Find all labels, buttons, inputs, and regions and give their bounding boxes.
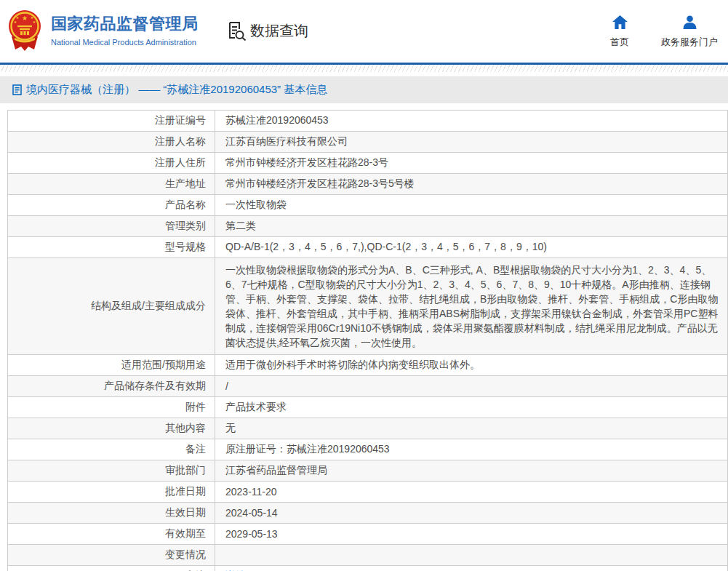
table-row: 结构及组成/主要组成成分一次性取物袋根据取物袋的形式分为A、B、C三种形式, A… <box>8 258 728 355</box>
row-label: 变更情况 <box>8 545 215 566</box>
nav-portal[interactable]: 政务服务门户 <box>661 15 718 49</box>
row-value: 常州市钟楼经济开发区桂花路28-3号 <box>215 153 728 174</box>
row-value: 江苏百纳医疗科技有限公司 <box>215 132 728 153</box>
info-table-body: 注册证编号苏械注准20192060453注册人名称江苏百纳医疗科技有限公司注册人… <box>8 111 728 571</box>
site-title: 国家药品监督管理局 <box>51 13 199 35</box>
table-row: 变更情况 <box>8 545 728 566</box>
table-row: 管理类别第二类 <box>8 216 728 237</box>
user-icon <box>682 15 697 29</box>
row-value: 2023-11-20 <box>215 482 728 503</box>
info-table: 注册证编号苏械注准20192060453注册人名称江苏百纳医疗科技有限公司注册人… <box>7 110 728 571</box>
table-row: 注详情 <box>8 566 728 571</box>
row-label: 适用范围/预期用途 <box>8 355 215 376</box>
row-value <box>215 545 728 566</box>
table-row: 审批部门江苏省药品监督管理局 <box>8 460 728 482</box>
row-label: 注册人住所 <box>8 153 215 174</box>
site-header: ★ ★ ★ ★ ★ 国家药品监督管理局 National Medical Pro… <box>0 0 728 63</box>
row-value: 一次性取物袋根据取物袋的形式分为A、B、C三种形式, A、B型根据取物袋的尺寸大… <box>215 258 728 355</box>
row-value: 适用于微创外科手术时将切除的体内病变组织取出体外。 <box>215 355 728 376</box>
row-value: 2024-05-14 <box>215 503 728 524</box>
breadcrumb: 境内医疗器械（注册） —— “苏械注准20192060453” 基本信息 <box>0 76 728 103</box>
data-query-section: 数据查询 <box>227 20 308 41</box>
row-label: 有效期至 <box>8 524 215 545</box>
row-label: 批准日期 <box>8 482 215 503</box>
row-label: 产品名称 <box>8 195 215 216</box>
row-label: 注册人名称 <box>8 132 215 153</box>
svg-text:★: ★ <box>14 20 17 24</box>
row-label: 其他内容 <box>8 418 215 439</box>
row-value: 江苏省药品监督管理局 <box>215 460 728 482</box>
table-row: 批准日期2023-11-20 <box>8 482 728 503</box>
data-query-label: 数据查询 <box>250 20 308 41</box>
hatch-strip <box>0 65 728 72</box>
row-value: 无 <box>215 418 728 439</box>
table-row: 产品储存条件及有效期/ <box>8 376 728 397</box>
home-icon <box>612 15 628 29</box>
table-row: 注册人名称江苏百纳医疗科技有限公司 <box>8 132 728 153</box>
nmpa-logo: ★ ★ ★ ★ ★ 国家药品监督管理局 National Medical Pro… <box>8 9 199 52</box>
row-label: 产品储存条件及有效期 <box>8 376 215 397</box>
top-nav: 首页 政务服务门户 <box>610 15 718 49</box>
row-label: 生效日期 <box>8 503 215 524</box>
row-value: 详情 <box>215 566 728 571</box>
breadcrumb-text: 境内医疗器械（注册） —— “苏械注准20192060453” 基本信息 <box>26 83 327 97</box>
table-row: 生产地址常州市钟楼经济开发区桂花路28-3号5号楼 <box>8 174 728 195</box>
table-row: 型号规格QD-A/B-1(2，3，4，5，6，7,),QD-C-1(2，3，4，… <box>8 237 728 258</box>
table-row: 其他内容无 <box>8 418 728 439</box>
row-value: / <box>215 376 728 397</box>
row-value: 产品技术要求 <box>215 397 728 418</box>
site-subtitle: National Medical Products Administration <box>51 38 199 47</box>
svg-text:★: ★ <box>22 15 28 22</box>
row-value: 原注册证号：苏械注准20192060453 <box>215 439 728 460</box>
row-value: QD-A/B-1(2，3，4，5，6，7,),QD-C-1(2，3，4，5，6，… <box>215 237 728 258</box>
row-value: 第二类 <box>215 216 728 237</box>
row-label: 注 <box>8 566 215 571</box>
table-row: 注册证编号苏械注准20192060453 <box>8 111 728 132</box>
row-label: 管理类别 <box>8 216 215 237</box>
nav-home[interactable]: 首页 <box>610 15 629 49</box>
table-row: 产品名称一次性取物袋 <box>8 195 728 216</box>
row-value: 常州市钟楼经济开发区桂花路28-3号5号楼 <box>215 174 728 195</box>
table-row: 适用范围/预期用途适用于微创外科手术时将切除的体内病变组织取出体外。 <box>8 355 728 376</box>
svg-text:★: ★ <box>33 20 36 24</box>
row-label: 审批部门 <box>8 460 215 482</box>
row-value: 一次性取物袋 <box>215 195 728 216</box>
table-row: 生效日期2024-05-14 <box>8 503 728 524</box>
table-row: 备注原注册证号：苏械注准20192060453 <box>8 439 728 460</box>
row-value: 2029-05-13 <box>215 524 728 545</box>
row-label: 备注 <box>8 439 215 460</box>
row-label: 注册证编号 <box>8 111 215 132</box>
row-value: 苏械注准20192060453 <box>215 111 728 132</box>
nav-portal-label: 政务服务门户 <box>661 36 718 49</box>
nav-home-label: 首页 <box>610 36 629 49</box>
document-search-icon <box>227 20 247 41</box>
row-label: 生产地址 <box>8 174 215 195</box>
table-row: 有效期至2029-05-13 <box>8 524 728 545</box>
national-emblem-icon: ★ ★ ★ ★ ★ <box>8 9 41 52</box>
table-row: 附件产品技术要求 <box>8 397 728 418</box>
document-icon <box>12 84 22 95</box>
row-label: 型号规格 <box>8 237 215 258</box>
row-label: 附件 <box>8 397 215 418</box>
row-label: 结构及组成/主要组成成分 <box>8 258 215 355</box>
table-row: 注册人住所常州市钟楼经济开发区桂花路28-3号 <box>8 153 728 174</box>
